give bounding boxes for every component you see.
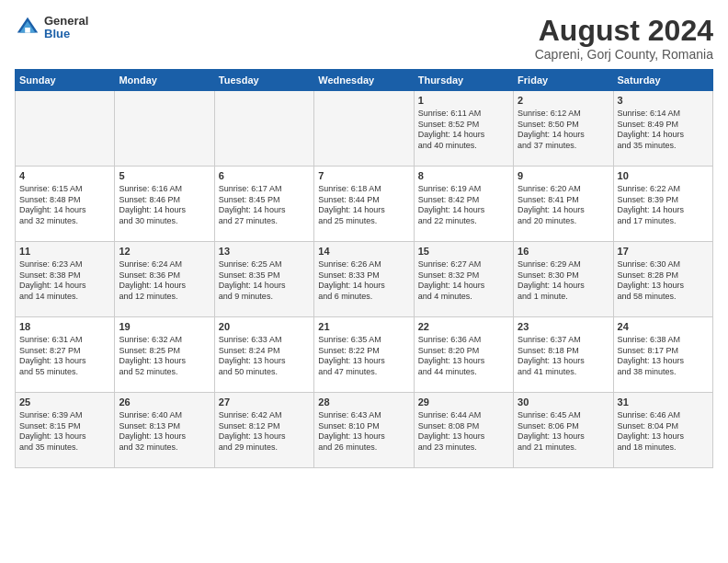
day-number: 25 [19,396,110,409]
day-info: Sunrise: 6:42 AM Sunset: 8:12 PM Dayligh… [219,410,310,454]
table-row: 5Sunrise: 6:16 AM Sunset: 8:46 PM Daylig… [115,167,214,242]
day-info: Sunrise: 6:44 AM Sunset: 8:08 PM Dayligh… [418,410,509,454]
logo-text: General Blue [44,15,88,41]
day-number: 14 [318,245,409,259]
day-number: 19 [119,320,210,334]
day-number: 6 [219,169,310,183]
calendar-body: 1Sunrise: 6:11 AM Sunset: 8:52 PM Daylig… [16,91,713,468]
table-row: 17Sunrise: 6:30 AM Sunset: 8:28 PM Dayli… [613,242,712,317]
day-number: 3 [618,94,709,108]
calendar-table: Sunday Monday Tuesday Wednesday Thursday… [15,69,713,468]
day-number: 12 [119,245,210,259]
table-row: 7Sunrise: 6:18 AM Sunset: 8:44 PM Daylig… [314,167,414,242]
day-number: 24 [618,320,709,334]
col-tuesday: Tuesday [214,70,313,91]
day-info: Sunrise: 6:11 AM Sunset: 8:52 PM Dayligh… [418,109,509,152]
day-info: Sunrise: 6:24 AM Sunset: 8:36 PM Dayligh… [119,259,210,303]
table-row: 2Sunrise: 6:12 AM Sunset: 8:50 PM Daylig… [514,91,613,167]
day-info: Sunrise: 6:18 AM Sunset: 8:44 PM Dayligh… [318,184,409,227]
day-number: 2 [518,94,609,108]
day-info: Sunrise: 6:32 AM Sunset: 8:25 PM Dayligh… [119,335,210,378]
day-info: Sunrise: 6:14 AM Sunset: 8:49 PM Dayligh… [618,109,709,152]
day-number: 13 [219,245,310,259]
day-number: 1 [418,94,509,108]
day-info: Sunrise: 6:39 AM Sunset: 8:15 PM Dayligh… [19,410,110,454]
table-row: 21Sunrise: 6:35 AM Sunset: 8:22 PM Dayli… [314,317,414,393]
day-info: Sunrise: 6:16 AM Sunset: 8:46 PM Dayligh… [119,184,210,227]
day-info: Sunrise: 6:40 AM Sunset: 8:13 PM Dayligh… [119,410,210,454]
table-row: 29Sunrise: 6:44 AM Sunset: 8:08 PM Dayli… [414,393,513,468]
table-row: 23Sunrise: 6:37 AM Sunset: 8:18 PM Dayli… [514,317,613,393]
table-row: 26Sunrise: 6:40 AM Sunset: 8:13 PM Dayli… [115,393,214,468]
day-info: Sunrise: 6:33 AM Sunset: 8:24 PM Dayligh… [219,335,310,378]
table-row: 12Sunrise: 6:24 AM Sunset: 8:36 PM Dayli… [115,242,214,317]
day-number: 5 [119,169,210,183]
day-info: Sunrise: 6:22 AM Sunset: 8:39 PM Dayligh… [618,184,709,227]
table-row: 31Sunrise: 6:46 AM Sunset: 8:04 PM Dayli… [613,393,712,468]
day-info: Sunrise: 6:15 AM Sunset: 8:48 PM Dayligh… [19,184,110,227]
day-number: 31 [618,396,709,409]
svg-rect-2 [25,28,30,33]
day-number: 17 [618,245,709,259]
day-number: 15 [418,245,509,259]
table-row: 22Sunrise: 6:36 AM Sunset: 8:20 PM Dayli… [414,317,513,393]
table-row [314,91,414,167]
table-row: 11Sunrise: 6:23 AM Sunset: 8:38 PM Dayli… [16,242,115,317]
day-info: Sunrise: 6:12 AM Sunset: 8:50 PM Dayligh… [518,109,609,152]
day-info: Sunrise: 6:37 AM Sunset: 8:18 PM Dayligh… [518,335,609,378]
day-info: Sunrise: 6:43 AM Sunset: 8:10 PM Dayligh… [318,410,409,454]
table-row: 30Sunrise: 6:45 AM Sunset: 8:06 PM Dayli… [514,393,613,468]
table-row: 25Sunrise: 6:39 AM Sunset: 8:15 PM Dayli… [16,393,115,468]
header: General Blue August 2024 Capreni, Gorj C… [15,15,713,62]
day-info: Sunrise: 6:30 AM Sunset: 8:28 PM Dayligh… [618,259,709,303]
day-info: Sunrise: 6:26 AM Sunset: 8:33 PM Dayligh… [318,259,409,303]
logo: General Blue [15,15,88,41]
day-info: Sunrise: 6:31 AM Sunset: 8:27 PM Dayligh… [19,335,110,378]
day-number: 20 [219,320,310,334]
logo-general-label: General [44,15,88,28]
col-sunday: Sunday [16,70,115,91]
day-number: 10 [618,169,709,183]
col-thursday: Thursday [414,70,513,91]
col-saturday: Saturday [613,70,712,91]
day-number: 22 [418,320,509,334]
day-number: 30 [518,396,609,409]
table-row: 14Sunrise: 6:26 AM Sunset: 8:33 PM Dayli… [314,242,414,317]
table-row: 20Sunrise: 6:33 AM Sunset: 8:24 PM Dayli… [214,317,313,393]
day-info: Sunrise: 6:23 AM Sunset: 8:38 PM Dayligh… [19,259,110,303]
day-number: 23 [518,320,609,334]
table-row: 28Sunrise: 6:43 AM Sunset: 8:10 PM Dayli… [314,393,414,468]
table-row: 10Sunrise: 6:22 AM Sunset: 8:39 PM Dayli… [613,167,712,242]
page: General Blue August 2024 Capreni, Gorj C… [0,0,728,563]
day-info: Sunrise: 6:17 AM Sunset: 8:45 PM Dayligh… [219,184,310,227]
day-info: Sunrise: 6:19 AM Sunset: 8:42 PM Dayligh… [418,184,509,227]
day-info: Sunrise: 6:46 AM Sunset: 8:04 PM Dayligh… [618,410,709,454]
table-row: 3Sunrise: 6:14 AM Sunset: 8:49 PM Daylig… [613,91,712,167]
table-row: 4Sunrise: 6:15 AM Sunset: 8:48 PM Daylig… [16,167,115,242]
day-info: Sunrise: 6:27 AM Sunset: 8:32 PM Dayligh… [418,259,509,303]
day-number: 8 [418,169,509,183]
table-row: 18Sunrise: 6:31 AM Sunset: 8:27 PM Dayli… [16,317,115,393]
logo-blue-label: Blue [44,28,88,40]
col-monday: Monday [115,70,214,91]
table-row: 15Sunrise: 6:27 AM Sunset: 8:32 PM Dayli… [414,242,513,317]
day-info: Sunrise: 6:25 AM Sunset: 8:35 PM Dayligh… [219,259,310,303]
day-info: Sunrise: 6:38 AM Sunset: 8:17 PM Dayligh… [618,335,709,378]
day-number: 26 [119,396,210,409]
day-number: 4 [19,169,110,183]
calendar-header: Sunday Monday Tuesday Wednesday Thursday… [16,70,713,91]
col-friday: Friday [514,70,613,91]
col-wednesday: Wednesday [314,70,414,91]
day-number: 28 [318,396,409,409]
day-info: Sunrise: 6:45 AM Sunset: 8:06 PM Dayligh… [518,410,609,454]
table-row [16,91,115,167]
day-info: Sunrise: 6:29 AM Sunset: 8:30 PM Dayligh… [518,259,609,303]
table-row: 9Sunrise: 6:20 AM Sunset: 8:41 PM Daylig… [514,167,613,242]
subtitle: Capreni, Gorj County, Romania [535,47,713,62]
day-info: Sunrise: 6:35 AM Sunset: 8:22 PM Dayligh… [318,335,409,378]
table-row: 27Sunrise: 6:42 AM Sunset: 8:12 PM Dayli… [214,393,313,468]
day-number: 29 [418,396,509,409]
table-row: 1Sunrise: 6:11 AM Sunset: 8:52 PM Daylig… [414,91,513,167]
day-number: 7 [318,169,409,183]
day-info: Sunrise: 6:20 AM Sunset: 8:41 PM Dayligh… [518,184,609,227]
